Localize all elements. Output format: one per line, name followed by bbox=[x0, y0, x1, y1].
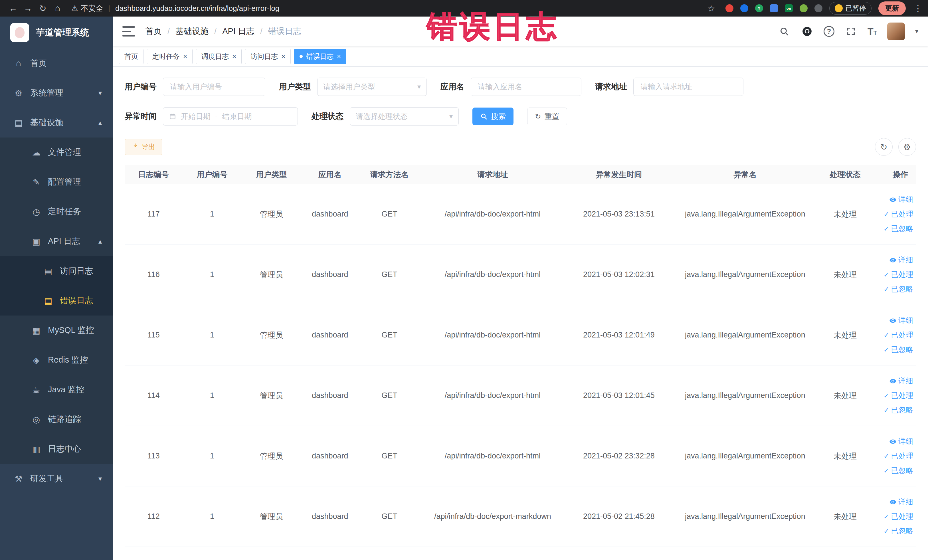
extension-icon-blue-drop[interactable] bbox=[740, 4, 748, 12]
sidebar-item-config[interactable]: ✎配置管理 bbox=[0, 167, 113, 197]
github-icon[interactable] bbox=[801, 25, 814, 38]
field-label: 异常时间 bbox=[125, 111, 157, 122]
detail-link[interactable]: 详细 bbox=[889, 195, 913, 204]
avatar-caret-icon[interactable]: ▾ bbox=[915, 27, 918, 35]
cell-time: 2021-05-02 21:45:28 bbox=[565, 487, 672, 547]
eye-icon bbox=[889, 438, 897, 445]
user-type-select[interactable]: 请选择用户类型 ▾ bbox=[317, 78, 427, 96]
processed-link[interactable]: ✓已处理 bbox=[884, 451, 913, 461]
field-label: 用户编号 bbox=[125, 81, 157, 92]
chrome-update-button[interactable]: 更新 bbox=[878, 2, 906, 15]
processed-link[interactable]: ✓已处理 bbox=[884, 209, 913, 219]
detail-link[interactable]: 详细 bbox=[889, 255, 913, 265]
date-range-picker[interactable]: 开始日期 - 结束日期 bbox=[163, 107, 298, 125]
security-indicator[interactable]: ⚠ 不安全 bbox=[71, 3, 103, 14]
sidebar-item-system[interactable]: ⚙系统管理▾ bbox=[0, 78, 113, 108]
sidebar-item-error-log[interactable]: ▤错误日志 bbox=[0, 286, 113, 316]
detail-link[interactable]: 详细 bbox=[889, 376, 913, 386]
export-button[interactable]: 导出 bbox=[125, 139, 162, 155]
column-settings-button[interactable]: ⚙ bbox=[898, 138, 916, 156]
action-label: 已处理 bbox=[891, 511, 913, 522]
column-header: 应用名 bbox=[301, 165, 359, 184]
tab-error-log[interactable]: 错误日志× bbox=[294, 49, 346, 64]
home-icon: ⌂ bbox=[12, 58, 25, 68]
detail-link[interactable]: 详细 bbox=[889, 316, 913, 325]
tab-timed-task[interactable]: 定时任务× bbox=[147, 49, 192, 64]
sidebar-item-java[interactable]: ☕Java 监控 bbox=[0, 375, 113, 404]
extension-icon-on[interactable]: on bbox=[785, 4, 793, 12]
breadcrumb-item[interactable]: 基础设施 bbox=[176, 26, 209, 37]
sidebar-item-job[interactable]: ◷定时任务 bbox=[0, 197, 113, 226]
search-icon[interactable] bbox=[778, 25, 791, 38]
ignore-link[interactable]: ✓已忽略 bbox=[884, 526, 913, 536]
home-icon[interactable]: ⌂ bbox=[50, 3, 65, 13]
sidebar-item-devtools[interactable]: ⚒研发工具▾ bbox=[0, 464, 113, 493]
address-bar[interactable]: dashboard.yudao.iocoder.cn/infra/log/api… bbox=[115, 4, 698, 13]
sidebar-item-access-log[interactable]: ▤访问日志 bbox=[0, 256, 113, 286]
detail-link[interactable]: 详细 bbox=[889, 497, 913, 507]
extension-icon-leaf[interactable] bbox=[800, 4, 807, 12]
hamburger-icon[interactable] bbox=[122, 26, 135, 37]
sidebar-item-api-log[interactable]: ▣API 日志▴ bbox=[0, 226, 113, 256]
sidebar-item-label: 链路追踪 bbox=[48, 414, 81, 425]
processed-link[interactable]: ✓已处理 bbox=[884, 511, 913, 522]
breadcrumb-item[interactable]: API 日志 bbox=[222, 26, 255, 37]
close-icon[interactable]: × bbox=[183, 53, 187, 60]
cell-url: /api/infra/db-doc/export-markdown bbox=[420, 487, 565, 547]
sidebar-item-trace[interactable]: ◎链路追踪 bbox=[0, 404, 113, 434]
check-icon: ✓ bbox=[884, 467, 889, 475]
cell-time: 2021-05-03 12:01:49 bbox=[565, 305, 672, 365]
reset-button[interactable]: ↻ 重置 bbox=[527, 108, 567, 125]
help-icon[interactable]: ? bbox=[824, 26, 835, 37]
user-id-input[interactable] bbox=[163, 78, 265, 96]
sidebar-item-home[interactable]: ⌂首页 bbox=[0, 49, 113, 78]
tab-schedule-log[interactable]: 调度日志× bbox=[196, 49, 242, 64]
main-area: 首页/基础设施/API 日志/错误日志 ? TT ▾ bbox=[113, 17, 928, 560]
ignore-link[interactable]: ✓已忽略 bbox=[884, 224, 913, 233]
sidebar-item-mysql[interactable]: ▦MySQL 监控 bbox=[0, 316, 113, 345]
back-icon[interactable]: ← bbox=[6, 3, 21, 13]
fullscreen-icon[interactable] bbox=[845, 25, 857, 38]
cell-app: dashboard bbox=[301, 365, 359, 426]
actions-stack: 详细✓已处理✓已忽略 bbox=[875, 376, 913, 415]
app-name-input[interactable] bbox=[471, 78, 582, 96]
processed-link[interactable]: ✓已处理 bbox=[884, 330, 913, 340]
extension-icon-pin[interactable] bbox=[815, 4, 823, 12]
column-header: 用户类型 bbox=[242, 165, 301, 184]
reload-icon[interactable]: ↻ bbox=[35, 3, 50, 14]
font-size-icon[interactable]: TT bbox=[867, 26, 877, 37]
bookmark-star-icon[interactable]: ☆ bbox=[704, 3, 719, 14]
processed-link[interactable]: ✓已处理 bbox=[884, 391, 913, 401]
extension-icon-grid[interactable] bbox=[770, 4, 778, 12]
forward-icon[interactable]: → bbox=[21, 3, 35, 13]
cell-url: /api/infra/db-doc/export-html bbox=[420, 184, 565, 244]
paused-extension-badge[interactable]: 已暂停 bbox=[829, 2, 872, 15]
ignore-link[interactable]: ✓已忽略 bbox=[884, 284, 913, 294]
breadcrumb-item[interactable]: 首页 bbox=[145, 26, 162, 37]
tab-access-log[interactable]: 访问日志× bbox=[245, 49, 291, 64]
sidebar-item-redis[interactable]: ◈Redis 监控 bbox=[0, 345, 113, 375]
ignore-link[interactable]: ✓已忽略 bbox=[884, 345, 913, 355]
detail-link[interactable]: 详细 bbox=[889, 436, 913, 447]
request-url-input[interactable] bbox=[633, 78, 743, 96]
refresh-button[interactable]: ↻ bbox=[875, 138, 893, 156]
cell-status: 未处理 bbox=[818, 244, 872, 305]
search-button[interactable]: 搜索 bbox=[472, 108, 513, 125]
browser-menu-icon[interactable]: ⋮ bbox=[914, 3, 922, 14]
logo[interactable]: 芋道管理系统 bbox=[0, 17, 113, 49]
extension-icon-red[interactable] bbox=[725, 4, 733, 12]
sidebar-item-infra[interactable]: ▤基础设施▴ bbox=[0, 108, 113, 137]
user-avatar[interactable] bbox=[887, 23, 905, 40]
tab-home[interactable]: 首页 bbox=[119, 49, 143, 64]
eye-icon bbox=[889, 317, 897, 324]
processed-link[interactable]: ✓已处理 bbox=[884, 270, 913, 279]
ignore-link[interactable]: ✓已忽略 bbox=[884, 465, 913, 476]
process-status-select[interactable]: 请选择处理状态 ▾ bbox=[350, 107, 459, 125]
sidebar-item-log-center[interactable]: ▥日志中心 bbox=[0, 434, 113, 464]
close-icon[interactable]: × bbox=[281, 53, 285, 60]
close-icon[interactable]: × bbox=[337, 53, 341, 60]
close-icon[interactable]: × bbox=[232, 53, 236, 60]
sidebar-item-file[interactable]: ☁文件管理 bbox=[0, 137, 113, 167]
extension-icon-green-y[interactable]: Y bbox=[755, 4, 763, 12]
ignore-link[interactable]: ✓已忽略 bbox=[884, 405, 913, 415]
